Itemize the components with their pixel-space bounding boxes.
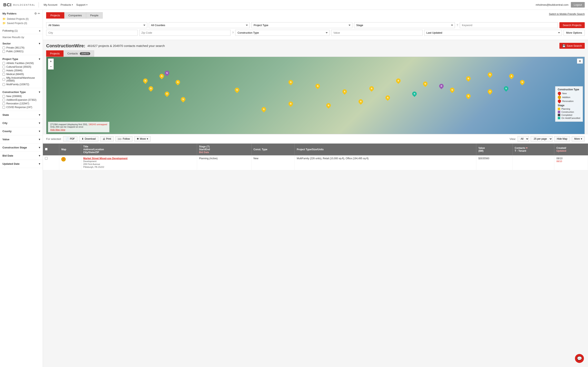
map-pin[interactable]: R [164,91,170,97]
result-tab-contacts[interactable]: Contacts 204970 [63,50,94,57]
deleted-projects-item[interactable]: 📁 Deleted Projects (0) [2,17,40,21]
result-tab-projects[interactable]: Projects [46,50,63,57]
row-map-pin[interactable]: 📍 [61,157,66,161]
project-title-link[interactable]: Market Street Mixed-use Development [83,157,128,160]
pt-hotels-checkbox[interactable] [2,69,5,72]
keyword-input[interactable] [460,22,558,28]
sector-private-checkbox[interactable] [2,47,5,49]
map-pin[interactable]: N [174,79,181,85]
map-pin[interactable]: N [158,73,165,79]
construction-stage-header[interactable]: Construction Stage ▾ [2,145,40,150]
more-options-button[interactable]: More Options [563,30,585,36]
map-zoom-in-button[interactable]: + [48,59,53,64]
pt-cultural-checkbox[interactable] [2,66,5,68]
city-input[interactable] [46,30,138,36]
tab-projects[interactable]: Projects [46,12,64,18]
updated-date-header[interactable]: Updated Date ▾ [2,161,40,166]
value-input[interactable] [331,30,423,36]
map-pin[interactable]: A [341,88,348,95]
map-pin[interactable]: A [508,73,515,79]
row-checkbox[interactable] [43,155,59,170]
project-type-select[interactable]: Project Type [251,22,352,28]
county-header[interactable]: County ▾ [2,129,40,133]
nav-my-account[interactable]: My Account [44,3,57,6]
zip-help-icon[interactable]: ? [232,31,233,34]
pt-medical-checkbox[interactable] [2,73,5,76]
map-pin[interactable]: N [503,85,509,92]
map-pin[interactable]: N [422,81,429,87]
map-pin[interactable]: N [180,96,186,102]
map-zoom-out-button[interactable]: − [48,64,53,69]
edit-folder-button[interactable]: ✏ [38,12,40,15]
nav-support[interactable]: Support ▾ [76,3,87,6]
map-layers-button[interactable]: ⊞ [577,58,583,64]
print-button[interactable]: 🖨 Print [100,136,114,142]
follow-button[interactable]: ▷▷ Follow [115,136,132,142]
map-pin[interactable]: N [164,70,170,76]
map-pin[interactable]: N [261,106,267,112]
view-all-select[interactable]: All [518,136,529,142]
stage-help-icon[interactable]: ? [457,24,458,27]
map-pin[interactable]: N [465,93,472,99]
tab-people[interactable]: People [86,12,103,18]
construction-type-select[interactable]: Construction Type [235,30,329,36]
pt-athletic-checkbox[interactable] [2,62,5,65]
value-header[interactable]: Value ▾ [2,137,40,142]
map-pin[interactable]: N [314,83,321,89]
map-pin[interactable]: N [368,85,375,92]
sector-header[interactable]: Sector ▾ [2,41,40,46]
city-header[interactable]: City ▾ [2,121,40,125]
map-pin[interactable]: N [384,94,391,101]
save-search-button[interactable]: 💾 Save Search [559,43,585,49]
map-pin[interactable]: R [395,77,402,84]
more-button[interactable]: More ▾ [572,136,585,142]
row-map[interactable]: 📍 [59,155,81,170]
pt-multifamily-checkbox[interactable] [2,83,5,86]
stage-select[interactable]: Stage [354,22,455,28]
map-pin[interactable]: N [234,87,240,93]
tab-companies[interactable]: Companies [64,12,86,18]
map-unmapped-link[interactable]: 190243 unmapped [88,123,107,125]
download-button[interactable]: ⬇ Download [79,136,98,142]
map-pin[interactable]: N [411,91,418,97]
map-pin[interactable]: N [487,71,493,78]
switch-mobile-link[interactable]: Switch to Mobile-Friendly Search [549,13,585,16]
select-all-checkbox[interactable] [45,148,48,150]
map-pin[interactable]: N [519,79,525,85]
logout-button[interactable]: Logout [571,2,585,8]
move-button[interactable]: ✚ Move ▾ [134,136,151,142]
state-select[interactable]: All States [46,22,147,28]
chat-widget[interactable]: 💬 [575,354,584,363]
map-pin[interactable]: N [325,102,332,108]
per-page-select[interactable]: 25 per page [531,136,553,142]
project-type-header[interactable]: Project Type ▾ [2,57,40,61]
map-pin[interactable]: N [449,87,455,93]
nav-support-link[interactable]: Support [76,3,86,6]
saved-projects-item[interactable]: 📁 Saved Projects (0) [2,21,40,25]
nav-products[interactable]: Products ▾ [61,3,73,6]
map-pin[interactable]: R [438,83,445,89]
hide-map-link[interactable]: Hide Map View [50,128,107,131]
map-pin[interactable]: N [465,75,472,82]
hide-map-button[interactable]: Hide Map [554,136,570,142]
state-header[interactable]: State ▾ [2,113,40,117]
county-select[interactable]: All Counties [149,22,250,28]
ct-new-checkbox[interactable] [2,95,5,98]
map-pin[interactable]: R [288,101,294,107]
ct-covid-checkbox[interactable] [2,106,5,109]
row-select-checkbox[interactable] [45,157,48,160]
ct-addition-checkbox[interactable] [2,99,5,101]
map-pin[interactable]: N [142,77,149,84]
pt-mfg-checkbox[interactable] [2,78,5,81]
ct-renovation-checkbox[interactable] [2,102,5,105]
sector-public-checkbox[interactable] [2,50,5,53]
zip-input[interactable] [139,30,231,36]
add-folder-button[interactable]: ⚙ [34,12,37,15]
map-pin[interactable]: N [288,79,294,85]
search-projects-button[interactable]: Search Projects [559,22,585,28]
pdf-button[interactable]: 📄 PDF [63,136,77,142]
map-pin[interactable]: A [487,88,493,95]
construction-type-header[interactable]: Construction Type ▾ [2,90,40,94]
last-updated-select[interactable]: Last Updated [424,30,562,36]
map-pin[interactable]: N [357,98,364,105]
